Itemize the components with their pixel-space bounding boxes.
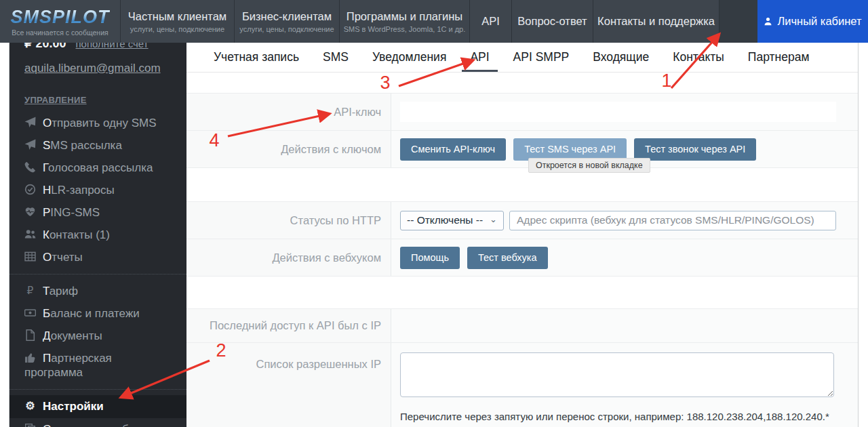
sidebar-item-service-templates[interactable]: Сервисные шаблоны	[9, 418, 186, 427]
document-icon	[24, 329, 36, 341]
topup-link[interactable]: пополните счет	[76, 43, 149, 49]
user-icon	[764, 17, 772, 26]
nav-item-private-clients[interactable]: Частным клиентам услуги, цены, подключен…	[121, 0, 235, 43]
form-row-api-key: API-ключ	[186, 93, 858, 130]
heartbeat-icon	[24, 206, 36, 218]
sidebar-item-reports[interactable]: Отчеты	[9, 246, 186, 268]
balance-amount: ₽ 20.00	[24, 43, 66, 51]
logo[interactable]: SMSPILOT Все начинается с сообщения	[0, 0, 121, 43]
tooltip-opens-new-tab: Откроется в новой вкладке	[528, 158, 650, 173]
tab-incoming[interactable]: Входящие	[585, 43, 657, 72]
tab-api-smpp[interactable]: API SMPP	[505, 43, 578, 72]
sidebar-item-send-one-sms[interactable]: Отправить одну SMS	[9, 112, 186, 134]
logo-tagline: Все начинается с сообщения	[12, 28, 108, 37]
nav-spacer	[719, 0, 757, 43]
nav-item-title: API	[481, 15, 500, 28]
nav-item-faq[interactable]: Вопрос-ответ	[512, 0, 593, 43]
api-key-label: API-ключ	[186, 94, 391, 130]
page-gutter-left	[0, 43, 9, 427]
sidebar-item-hlr-requests[interactable]: HLR-запросы	[9, 179, 186, 201]
test-sms-api-button[interactable]: Тест SMS через API	[513, 138, 627, 161]
ruble-icon: ₽	[24, 285, 36, 296]
http-status-select-value: -- Отключены --	[407, 214, 483, 226]
phone-icon	[24, 161, 36, 173]
check-circle-icon	[24, 184, 36, 195]
templates-icon	[24, 423, 36, 427]
tab-partners[interactable]: Партнерам	[740, 43, 818, 72]
nav-item-title: Бизнес-клиентам	[242, 10, 332, 23]
form-row-webhook-actions: Действия с вебхуком Помощь Тест вебхука	[186, 239, 858, 276]
account-button[interactable]: Личный кабинет	[757, 0, 868, 43]
allowed-ips-hint: Перечислите через запятую или перенос ст…	[400, 411, 829, 422]
form-row-allowed-ips: Список разрешенных IP Перечислите через …	[186, 342, 858, 427]
api-key-group: API-ключ Действия с ключом Сменить API-к…	[186, 93, 858, 168]
top-nav: SMSPILOT Все начинается с сообщения Част…	[0, 0, 868, 43]
sidebar-item-ping-sms[interactable]: PING-SMS	[9, 201, 186, 224]
users-icon	[24, 228, 36, 240]
sidebar-section-management: УПРАВЛЕНИЕ	[24, 95, 186, 105]
form-row-key-actions: Действия с ключом Сменить API-ключ Тест …	[186, 130, 858, 167]
nav-item-business-clients[interactable]: Бизнес-клиентам услуги, цены, подключени…	[235, 0, 340, 43]
balance-row: ₽ 20.00 пополните счет	[9, 43, 186, 55]
test-call-api-button[interactable]: Тест звонок через API	[634, 138, 756, 161]
tab-api[interactable]: API	[462, 43, 497, 72]
form-row-http-status: Статусы по HTTP -- Отключены -- ⌄	[186, 201, 858, 239]
gear-icon: ⚙	[24, 400, 36, 411]
sidebar-item-sms-broadcast[interactable]: SMS рассылка	[9, 134, 186, 157]
nav-item-title: Контакты и поддержка	[597, 15, 715, 28]
nav-item-api[interactable]: API	[470, 0, 512, 43]
sidebar-item-tariff[interactable]: ₽Тариф	[9, 280, 186, 302]
account-button-label: Личный кабинет	[777, 15, 861, 28]
sidebar-item-partner-program[interactable]: Партнерская программа	[9, 347, 162, 384]
nav-item-contacts-support[interactable]: Контакты и поддержка	[593, 0, 719, 43]
tab-notifications[interactable]: Уведомления	[364, 43, 454, 72]
last-access-label: Последний доступ к API был с IP	[186, 309, 391, 342]
change-api-key-button[interactable]: Сменить API-ключ	[400, 138, 506, 161]
chevron-down-icon: ⌄	[490, 214, 497, 224]
sidebar-item-documents[interactable]: Документы	[9, 325, 186, 347]
http-status-select[interactable]: -- Отключены -- ⌄	[400, 211, 504, 230]
nav-item-subtitle: SMS в WordPress, Joomla, 1С и др.	[344, 25, 466, 33]
api-key-input[interactable]	[400, 102, 836, 122]
api-settings-form: API-ключ Действия с ключом Сменить API-к…	[186, 93, 858, 427]
banknote-icon	[24, 307, 36, 319]
thumbs-up-icon	[24, 352, 36, 363]
http-status-label: Статусы по HTTP	[186, 202, 391, 239]
sidebar-nav: Отправить одну SMS SMS рассылка Голосова…	[9, 112, 186, 427]
paper-plane-icon	[24, 139, 36, 150]
webhook-url-input[interactable]	[509, 211, 836, 230]
sidebar-item-voice-broadcast[interactable]: Голосовая рассылка	[9, 157, 186, 179]
settings-tabs: Учетная запись SMS Уведомления API API S…	[186, 43, 858, 73]
sidebar-divider	[9, 274, 186, 274]
main-content: Учетная запись SMS Уведомления API API S…	[186, 43, 858, 427]
webhook-test-button[interactable]: Тест вебхука	[467, 247, 548, 269]
logo-wordmark: SMSPILOT	[10, 7, 109, 28]
scrollbar-track[interactable]	[858, 43, 868, 427]
key-actions-label: Действия с ключом	[186, 131, 391, 167]
svg-text:⚙: ⚙	[25, 400, 35, 411]
sidebar-item-balance-payments[interactable]: Баланс и платежи	[9, 302, 186, 325]
tab-account[interactable]: Учетная запись	[205, 43, 307, 72]
nav-item-subtitle: услуги, цены, подключение	[130, 25, 224, 33]
paper-plane-icon	[24, 117, 36, 128]
webhook-group: Статусы по HTTP -- Отключены -- ⌄ Действ…	[186, 201, 858, 277]
nav-item-subtitle: услуги, цены, подключение	[239, 25, 334, 33]
svg-text:₽: ₽	[27, 285, 34, 296]
nav-item-plugins[interactable]: Программы и плагины SMS в WordPress, Joo…	[340, 0, 470, 43]
nav-item-title: Вопрос-ответ	[517, 15, 587, 28]
tab-sms[interactable]: SMS	[315, 43, 357, 72]
sidebar-divider	[9, 389, 186, 390]
table-icon	[24, 251, 36, 262]
nav-item-title: Частным клиентам	[128, 10, 226, 23]
tab-contacts[interactable]: Контакты	[665, 43, 732, 72]
sidebar-item-contacts[interactable]: Контакты (1)	[9, 224, 186, 246]
webhook-help-button[interactable]: Помощь	[400, 247, 460, 269]
nav-item-title: Программы и плагины	[347, 10, 462, 23]
sidebar: ₽ 20.00 пополните счет aquila.liberum@gm…	[9, 43, 186, 427]
allowed-ips-textarea[interactable]	[400, 352, 834, 397]
allowed-ips-label: Список разрешенных IP	[186, 343, 391, 427]
sidebar-item-settings[interactable]: ⚙Настройки	[9, 395, 186, 418]
ip-access-group: Последний доступ к API был с IP Список р…	[186, 308, 858, 427]
account-email-link[interactable]: aquila.liberum@gmail.com	[9, 55, 186, 75]
webhook-actions-label: Действия с вебхуком	[186, 239, 391, 276]
